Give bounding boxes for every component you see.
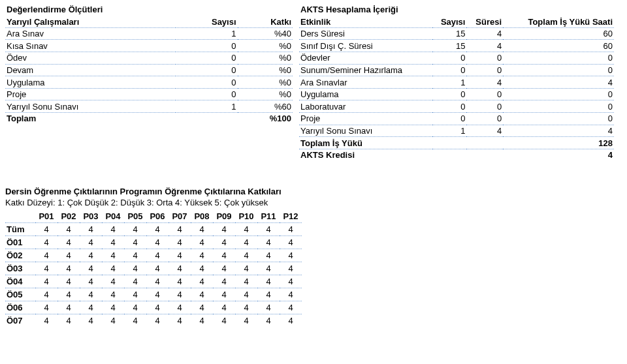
matrix-cell: 4 xyxy=(57,301,80,314)
matrix-cell: 4 xyxy=(124,301,146,314)
matrix-cell: 4 xyxy=(35,223,57,236)
matrix-cell: 4 xyxy=(169,288,191,301)
workload-row-total: 0 xyxy=(503,88,614,100)
total-workload-value: 128 xyxy=(503,137,614,149)
matrix-cell: 4 xyxy=(35,236,57,249)
eval-row-weight: %60 xyxy=(238,100,293,113)
matrix-cell: 4 xyxy=(124,236,146,249)
matrix-cell: 4 xyxy=(102,236,124,249)
matrix-cell: 4 xyxy=(102,288,124,301)
matrix-cell: 4 xyxy=(146,262,169,275)
matrix-cell: 4 xyxy=(257,288,280,301)
matrix-cell: 4 xyxy=(102,262,124,275)
matrix-cell: 4 xyxy=(280,223,302,236)
workload-row-duration: 4 xyxy=(466,27,503,40)
matrix-row-Ö04: Ö04 xyxy=(5,275,35,288)
matrix-cell: 4 xyxy=(235,301,257,314)
workload-row-total: 60 xyxy=(503,40,614,52)
matrix-cell: 4 xyxy=(169,314,191,327)
matrix-cell: 4 xyxy=(280,236,302,249)
matrix-row-Tüm: Tüm xyxy=(5,223,35,236)
total-workload-label: Toplam İş Yükü xyxy=(299,137,503,149)
matrix-cell: 4 xyxy=(280,288,302,301)
eval-row-weight: %40 xyxy=(238,27,293,40)
matrix-cell: 4 xyxy=(257,275,280,288)
matrix-cell: 4 xyxy=(191,249,213,262)
eval-row-label: Proje xyxy=(5,88,176,100)
matrix-cell: 4 xyxy=(235,223,257,236)
matrix-cell: 4 xyxy=(213,223,235,236)
matrix-cell: 4 xyxy=(124,262,146,275)
matrix-cell: 4 xyxy=(235,275,257,288)
eval-row-label: Kısa Sınav xyxy=(5,40,176,52)
matrix-cell: 4 xyxy=(213,249,235,262)
matrix-cell: 4 xyxy=(35,288,57,301)
matrix-cell: 4 xyxy=(257,262,280,275)
eval-total-value: %100 xyxy=(238,113,293,125)
matrix-cell: 4 xyxy=(146,223,169,236)
matrix-cell: 4 xyxy=(191,262,213,275)
matrix-cell: 4 xyxy=(35,249,57,262)
workload-title: AKTS Hesaplama İçeriği xyxy=(299,4,614,16)
matrix-cell: 4 xyxy=(191,288,213,301)
matrix-row-Ö03: Ö03 xyxy=(5,262,35,275)
col-activity: Etkinlik xyxy=(299,16,432,27)
matrix-cell: 4 xyxy=(102,301,124,314)
matrix-cell: 4 xyxy=(146,301,169,314)
matrix-cell: 4 xyxy=(57,223,80,236)
matrix-cell: 4 xyxy=(280,262,302,275)
eval-total-label: Toplam xyxy=(5,113,176,125)
matrix-row-Ö01: Ö01 xyxy=(5,236,35,249)
matrix-cell: 4 xyxy=(169,236,191,249)
matrix-cell: 4 xyxy=(80,288,102,301)
matrix-cell: 4 xyxy=(35,262,57,275)
matrix-cell: 4 xyxy=(80,301,102,314)
col-count: Sayısı xyxy=(176,16,237,27)
matrix-row-Ö07: Ö07 xyxy=(5,314,35,327)
workload-row-duration: 4 xyxy=(466,76,503,89)
matrix-cell: 4 xyxy=(257,314,280,327)
workload-row-count: 1 xyxy=(432,125,467,137)
contribution-matrix-section: Dersin Öğrenme Çıktılarının Programın Öğ… xyxy=(5,187,622,327)
eval-row-label: Ara Sınav xyxy=(5,27,176,40)
eval-row-weight: %0 xyxy=(238,40,293,52)
matrix-cell: 4 xyxy=(169,301,191,314)
eval-row-label: Ödev xyxy=(5,52,176,65)
matrix-cell: 4 xyxy=(102,249,124,262)
workload-row-count: 0 xyxy=(432,113,467,125)
matrix-col-P06: P06 xyxy=(146,210,169,223)
matrix-cell: 4 xyxy=(80,236,102,249)
matrix-cell: 4 xyxy=(57,249,80,262)
matrix-cell: 4 xyxy=(57,236,80,249)
matrix-cell: 4 xyxy=(146,275,169,288)
workload-row-count: 0 xyxy=(432,52,467,65)
matrix-cell: 4 xyxy=(280,275,302,288)
matrix-cell: 4 xyxy=(257,249,280,262)
eval-row-count: 0 xyxy=(176,76,237,89)
matrix-cell: 4 xyxy=(124,249,146,262)
workload-row-duration: 0 xyxy=(466,100,503,113)
matrix-cell: 4 xyxy=(169,275,191,288)
matrix-col-P08: P08 xyxy=(191,210,213,223)
eval-row-weight: %0 xyxy=(238,88,293,100)
matrix-cell: 4 xyxy=(191,314,213,327)
eval-row-weight: %0 xyxy=(238,52,293,65)
workload-row-count: 15 xyxy=(432,27,467,40)
col-duration: Süresi xyxy=(466,16,503,27)
workload-row-total: 4 xyxy=(503,125,614,137)
workload-row-duration: 0 xyxy=(466,52,503,65)
eval-row-label: Uygulama xyxy=(5,76,176,89)
workload-row-label: Sınıf Dışı Ç. Süresi xyxy=(299,40,432,52)
matrix-cell: 4 xyxy=(235,249,257,262)
matrix-cell: 4 xyxy=(213,275,235,288)
workload-row-count: 15 xyxy=(432,40,467,52)
workload-row-total: 60 xyxy=(503,27,614,40)
matrix-cell: 4 xyxy=(57,275,80,288)
matrix-cell: 4 xyxy=(235,314,257,327)
matrix-col-P10: P10 xyxy=(235,210,257,223)
matrix-cell: 4 xyxy=(213,314,235,327)
workload-row-label: Yarıyıl Sonu Sınavı xyxy=(299,125,432,137)
matrix-cell: 4 xyxy=(80,275,102,288)
workload-row-total: 4 xyxy=(503,76,614,89)
matrix-row-Ö05: Ö05 xyxy=(5,288,35,301)
